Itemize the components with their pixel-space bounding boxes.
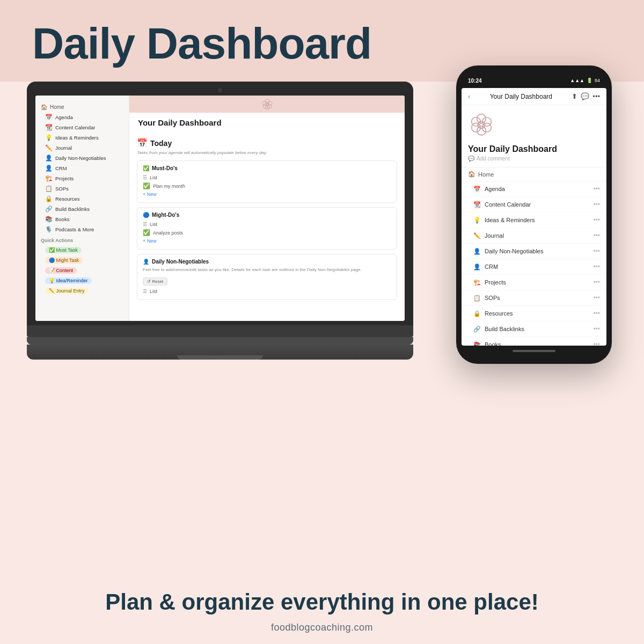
phone-menu-sops-left: 📋 SOPs xyxy=(473,295,500,302)
phone-menu-sops[interactable]: 📋 SOPs ••• xyxy=(462,290,606,306)
phone-cal-icon: 📆 xyxy=(473,201,481,208)
phone-crm-label: CRM xyxy=(485,264,498,270)
reset-button[interactable]: ↺ Reset xyxy=(143,277,167,286)
screen-header-banner xyxy=(129,96,405,113)
tag-must-task[interactable]: ✅ Must Task xyxy=(45,247,82,253)
tag-idea-reminder[interactable]: 💡 Idea/Reminder xyxy=(45,277,92,284)
sidebar-item-content-calendar[interactable]: 📆 Content Calendar xyxy=(35,122,129,133)
sidebar-item-agenda[interactable]: 📅 Agenda xyxy=(35,112,129,122)
phone-menu-books[interactable]: 📚 Books ••• xyxy=(462,337,606,346)
sidebar-item-daily[interactable]: 👤 Daily Non-Negotiables xyxy=(35,153,129,163)
phone-menu-backlinks[interactable]: 🔗 Build Backlinks ••• xyxy=(462,321,606,337)
phone-resources-dots: ••• xyxy=(593,310,600,317)
list-icon: ☰ xyxy=(143,175,147,180)
sidebar-item-resources[interactable]: 🔒 Resources xyxy=(35,194,129,204)
phone-flower-decoration xyxy=(468,111,600,141)
quick-actions-label: Quick Actions xyxy=(35,235,129,244)
sidebar-label-ideas: Ideas & Reminders xyxy=(55,135,99,141)
laptop-camera xyxy=(218,88,222,92)
sidebar-item-journal[interactable]: ✏️ Journal xyxy=(35,143,129,153)
might-dos-new[interactable]: + New xyxy=(143,237,391,245)
phone-menu-projects-left: 🏗️ Projects xyxy=(473,279,506,286)
phone-nav-title: Your Daily Dashboard xyxy=(490,93,552,100)
phone-menu-agenda[interactable]: 📅 Agenda ••• xyxy=(462,181,606,197)
might-dos-item-list: List xyxy=(150,222,157,227)
sidebar-label-backlinks: Build Backlinks xyxy=(55,206,90,212)
phone-menu-ideas[interactable]: 💡 Ideas & Reminders ••• xyxy=(462,213,606,228)
phone-menu-content-calendar[interactable]: 📆 Content Calendar ••• xyxy=(462,197,606,213)
must-dos-icon: ✅ xyxy=(143,165,149,171)
resources-icon: 🔒 xyxy=(45,195,53,202)
phone-sops-label: SOPs xyxy=(485,295,500,301)
podcasts-icon: 🎙️ xyxy=(45,226,53,233)
daily-icon: 👤 xyxy=(45,155,53,162)
phone-menu-journal[interactable]: ✏️ Journal ••• xyxy=(462,228,606,244)
might-dos-block: 🔵 Might-Do's ☰ List ✅ Analyze posts xyxy=(137,207,397,250)
must-dos-new-label[interactable]: + New xyxy=(143,192,157,197)
sidebar-label-agenda: Agenda xyxy=(55,114,73,120)
sidebar-item-crm[interactable]: 👤 CRM xyxy=(35,163,129,173)
sidebar-item-podcasts[interactable]: 🎙️ Podcasts & More xyxy=(35,224,129,235)
phone-time: 10:24 xyxy=(468,78,482,84)
flower-decoration-laptop xyxy=(259,96,275,112)
comment-icon: 💬 xyxy=(468,156,474,162)
daily-list-item: ☰ List xyxy=(143,288,391,295)
middle-section: 🏠 Home 📅 Agenda 📆 Content Calendar xyxy=(0,82,644,573)
might-dos-new-label[interactable]: + New xyxy=(143,238,157,244)
battery-level: 84 xyxy=(595,78,600,83)
backlinks-icon: 🔗 xyxy=(45,206,53,213)
might-dos-analyze-item: ✅ Analyze posts xyxy=(143,228,391,237)
phone-menu-daily-left: 👤 Daily Non-Negotiables xyxy=(473,248,543,255)
must-dos-label: Must-Do's xyxy=(152,165,178,171)
phone-menu-daily[interactable]: 👤 Daily Non-Negotiables ••• xyxy=(462,244,606,259)
tag-might-task[interactable]: 🔵 Might Task xyxy=(45,257,83,264)
phone-add-comment[interactable]: 💬 Add comment xyxy=(468,156,600,162)
phone-menu-crm[interactable]: 👤 CRM ••• xyxy=(462,259,606,275)
battery-icon: 🔋 xyxy=(587,78,592,83)
sidebar-label-books: Books xyxy=(55,216,69,222)
main-title: Daily Dashboard xyxy=(32,21,371,65)
daily-block: 👤 Daily Non-Negotiables Feel free to add… xyxy=(137,254,397,300)
today-header: 📅 Today xyxy=(137,138,397,148)
phone-resources-label: Resources xyxy=(485,310,513,317)
sidebar-item-projects[interactable]: 🏗️ Projects xyxy=(35,173,129,184)
projects-icon: 🏗️ xyxy=(45,175,53,182)
phone-menu-resources[interactable]: 🔒 Resources ••• xyxy=(462,306,606,321)
sidebar-label-journal: Journal xyxy=(55,145,72,151)
phone-projects-label: Projects xyxy=(485,279,506,286)
phone-daily-label: Daily Non-Negotiables xyxy=(485,248,543,254)
phone-nav-actions: ⬆ 💬 ••• xyxy=(572,92,600,100)
phone-menu-backlinks-left: 🔗 Build Backlinks xyxy=(473,326,524,333)
phone-status-bar: 10:24 ▲▲▲ 🔋 84 xyxy=(462,73,606,88)
must-dos-item-list: List xyxy=(150,175,157,180)
sidebar-label-podcasts: Podcasts & More xyxy=(55,226,94,232)
check-icon: ✅ xyxy=(143,182,150,189)
phone-menu-agenda-left: 📅 Agenda xyxy=(473,186,505,193)
phone-agenda-dots: ••• xyxy=(593,185,600,193)
books-icon: 📚 xyxy=(45,216,53,223)
sidebar-home: 🏠 Home xyxy=(35,102,129,112)
tag-journal-entry[interactable]: ✏️ Journal Entry xyxy=(45,288,89,294)
might-dos-title: 🔵 Might-Do's xyxy=(143,212,391,218)
phone-menu-projects[interactable]: 🏗️ Projects ••• xyxy=(462,275,606,290)
more-icon[interactable]: ••• xyxy=(592,92,600,100)
might-dos-list-item: ☰ List xyxy=(143,221,391,228)
laptop-main-content: Your Daily Dashboard 📅 Today Tasks from … xyxy=(129,96,405,321)
sidebar-item-ideas[interactable]: 💡 Ideas & Reminders xyxy=(35,133,129,143)
phone-flower-svg xyxy=(468,111,495,137)
might-dos-icon: 🔵 xyxy=(143,212,149,218)
page-wrapper: Daily Dashboard 🏠 Home 📅 xyxy=(0,0,644,644)
must-dos-new[interactable]: + New xyxy=(143,191,391,198)
sidebar-item-sops[interactable]: 📋 SOPs xyxy=(35,184,129,194)
laptop-camera-bar xyxy=(35,88,405,92)
chat-icon[interactable]: 💬 xyxy=(581,92,589,100)
tag-content[interactable]: 📝 Content xyxy=(45,267,77,274)
laptop-bottom xyxy=(27,325,413,337)
sidebar-item-backlinks[interactable]: 🔗 Build Backlinks xyxy=(35,204,129,214)
website-url: foodblogcoaching.com xyxy=(32,622,612,633)
share-icon[interactable]: ⬆ xyxy=(572,92,577,100)
home-bar xyxy=(513,350,555,352)
sidebar-item-books[interactable]: 📚 Books xyxy=(35,214,129,224)
phone-journal-icon: ✏️ xyxy=(473,232,481,239)
phone-back-button[interactable]: ‹ xyxy=(468,92,470,100)
